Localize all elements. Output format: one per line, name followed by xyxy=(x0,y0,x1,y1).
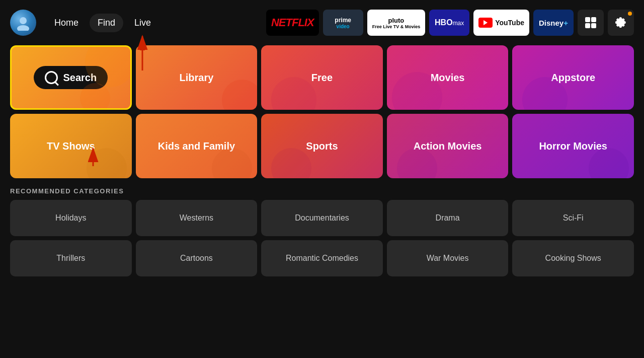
main-grid-row2: TV Shows Kids and Family Sports Action M… xyxy=(0,114,644,178)
pluto-badge[interactable]: pluto Free Live TV & Movies xyxy=(367,10,426,36)
cat-romantic-comedies[interactable]: Romantic Comedies xyxy=(261,240,383,276)
horror-tile[interactable]: Horror Movies xyxy=(512,114,634,178)
free-tile[interactable]: Free xyxy=(261,45,383,110)
header: Home Find Live NETFLIX prime video pluto… xyxy=(0,0,644,45)
search-icon xyxy=(45,71,58,84)
svg-rect-3 xyxy=(591,17,596,22)
youtube-icon xyxy=(478,18,493,28)
nav-find[interactable]: Find xyxy=(90,14,123,32)
svg-rect-2 xyxy=(585,17,590,22)
notification-dot xyxy=(628,12,632,16)
search-tile[interactable]: Search xyxy=(10,45,132,110)
section-label: RECOMMENDED CATEGORIES xyxy=(0,187,644,195)
tvshows-tile[interactable]: TV Shows xyxy=(10,114,132,178)
cat-war-movies[interactable]: War Movies xyxy=(387,240,509,276)
cat-documentaries[interactable]: Documentaries xyxy=(261,200,383,236)
cat-drama[interactable]: Drama xyxy=(387,200,509,236)
cat-cooking-shows[interactable]: Cooking Shows xyxy=(512,240,634,276)
kids-tile[interactable]: Kids and Family xyxy=(136,114,258,178)
cat-thrillers[interactable]: Thrillers xyxy=(10,240,132,276)
netflix-badge[interactable]: NETFLIX xyxy=(266,10,319,36)
sports-tile[interactable]: Sports xyxy=(261,114,383,178)
svg-rect-4 xyxy=(585,23,590,28)
library-tile[interactable]: Library xyxy=(136,45,258,110)
avatar[interactable] xyxy=(10,10,36,36)
settings-button[interactable] xyxy=(608,10,634,36)
cat-scifi[interactable]: Sci-Fi xyxy=(512,200,634,236)
youtube-badge[interactable]: YouTube xyxy=(473,10,529,36)
hbomax-badge[interactable]: HBOmax xyxy=(429,10,469,36)
cat-westerns[interactable]: Westerns xyxy=(136,200,258,236)
nav-links: Home Find Live xyxy=(46,14,159,32)
main-grid-row1: Search Library Free Movies Appstore xyxy=(0,45,644,110)
appstore-tile[interactable]: Appstore xyxy=(512,45,634,110)
recommended-row2: Thrillers Cartoons Romantic Comedies War… xyxy=(0,240,644,276)
svg-rect-5 xyxy=(591,23,596,28)
prime-badge[interactable]: prime video xyxy=(323,10,363,36)
recommended-row1: Holidays Westerns Documentaries Drama Sc… xyxy=(0,200,644,236)
svg-point-0 xyxy=(20,17,27,24)
movies-tile[interactable]: Movies xyxy=(387,45,509,110)
action-tile[interactable]: Action Movies xyxy=(387,114,509,178)
nav-home[interactable]: Home xyxy=(46,14,87,32)
svg-point-1 xyxy=(17,25,29,31)
disney-badge[interactable]: Disney+ xyxy=(533,10,574,36)
cat-holidays[interactable]: Holidays xyxy=(10,200,132,236)
app-grid-button[interactable] xyxy=(578,10,604,36)
streaming-icons: NETFLIX prime video pluto Free Live TV &… xyxy=(266,10,634,36)
nav-live[interactable]: Live xyxy=(126,14,159,32)
cat-cartoons[interactable]: Cartoons xyxy=(136,240,258,276)
